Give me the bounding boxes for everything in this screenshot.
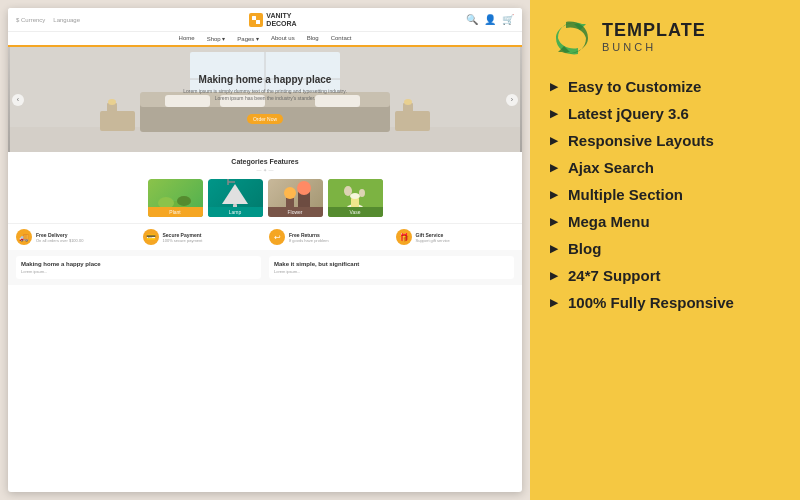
left-panel: $ Currency Language VANITY DECORA 🔍 👤 bbox=[0, 0, 530, 500]
language-label[interactable]: Language bbox=[53, 17, 80, 23]
bottom-card-2-title: Make it simple, but significant bbox=[274, 261, 509, 267]
svg-point-30 bbox=[284, 187, 296, 199]
arrow-icon-2: ▶ bbox=[550, 108, 558, 119]
feature-item-4: ▶ Ajax Search bbox=[550, 159, 780, 176]
bottom-card-2-text: Lorem ipsum... bbox=[274, 269, 509, 274]
payment-title: Secure Payment bbox=[163, 232, 203, 238]
svg-point-37 bbox=[359, 189, 365, 197]
logo-icon bbox=[249, 13, 263, 27]
svg-rect-12 bbox=[100, 111, 135, 131]
delivery-desc: On all orders over $100.00 bbox=[36, 238, 83, 243]
arrow-icon-7: ▶ bbox=[550, 243, 558, 254]
features-list: ▶ Easy to Customize ▶ Latest jQuery 3.6 … bbox=[550, 78, 780, 311]
gift-text: Gift Service Support gift service bbox=[416, 232, 450, 243]
gift-desc: Support gift service bbox=[416, 238, 450, 243]
arrow-icon-3: ▶ bbox=[550, 135, 558, 146]
feature-item-8: ▶ 24*7 Support bbox=[550, 267, 780, 284]
gift-icon: 🎁 bbox=[396, 229, 412, 245]
category-plant[interactable]: Plant bbox=[148, 179, 203, 217]
feature-label-3: Responsive Layouts bbox=[568, 132, 714, 149]
feature-label-2: Latest jQuery 3.6 bbox=[568, 105, 689, 122]
categories-section: Categories Features — ✦ — Plant bbox=[8, 152, 522, 223]
returns-icon: ↩ bbox=[269, 229, 285, 245]
categories-divider: — ✦ — bbox=[16, 167, 514, 173]
svg-point-17 bbox=[404, 99, 412, 105]
feature-returns: ↩ Free Returns If goods have problem bbox=[269, 229, 388, 245]
svg-point-20 bbox=[177, 196, 191, 206]
feature-label-5: Multiple Section bbox=[568, 186, 683, 203]
svg-point-35 bbox=[350, 193, 360, 199]
svg-marker-23 bbox=[222, 184, 248, 204]
header-icons: 🔍 👤 🛒 bbox=[466, 14, 514, 25]
account-icon[interactable]: 👤 bbox=[484, 14, 496, 25]
feature-delivery: 🚚 Free Delivery On all orders over $100.… bbox=[16, 229, 135, 245]
feature-label-6: Mega Menu bbox=[568, 213, 650, 230]
feature-label-8: 24*7 Support bbox=[568, 267, 661, 284]
svg-rect-1 bbox=[256, 20, 260, 24]
arrow-icon-5: ▶ bbox=[550, 189, 558, 200]
flower-label: Flower bbox=[268, 207, 323, 217]
payment-icon: 💳 bbox=[143, 229, 159, 245]
feature-item-7: ▶ Blog bbox=[550, 240, 780, 257]
hero-title: Making home a happy place bbox=[183, 74, 347, 85]
feature-item-2: ▶ Latest jQuery 3.6 bbox=[550, 105, 780, 122]
vase-label: Vase bbox=[328, 207, 383, 217]
plant-label: Plant bbox=[148, 207, 203, 217]
svg-rect-16 bbox=[403, 103, 413, 119]
brand-sub: BUNCH bbox=[602, 41, 706, 53]
feature-item-3: ▶ Responsive Layouts bbox=[550, 132, 780, 149]
feature-label-9: 100% Fully Responsive bbox=[568, 294, 734, 311]
brand-header: TEMPLATE BUNCH bbox=[550, 16, 780, 58]
feature-gift: 🎁 Gift Service Support gift service bbox=[396, 229, 515, 245]
arrow-icon-8: ▶ bbox=[550, 270, 558, 281]
svg-point-31 bbox=[297, 181, 311, 195]
payment-text: Secure Payment 100% secure payment bbox=[163, 232, 203, 243]
nav-blog[interactable]: Blog bbox=[307, 35, 319, 42]
nav-about[interactable]: About us bbox=[271, 35, 295, 42]
lamp-label: Lamp bbox=[208, 207, 263, 217]
feature-label-1: Easy to Customize bbox=[568, 78, 701, 95]
site-logo: VANITY DECORA bbox=[249, 12, 296, 27]
category-vase[interactable]: Vase bbox=[328, 179, 383, 217]
nav-home[interactable]: Home bbox=[179, 35, 195, 42]
categories-grid: Plant Lamp bbox=[16, 179, 514, 217]
logo-text: VANITY DECORA bbox=[266, 12, 296, 27]
payment-desc: 100% secure payment bbox=[163, 238, 203, 243]
hero-next-button[interactable]: › bbox=[506, 94, 518, 106]
delivery-text: Free Delivery On all orders over $100.00 bbox=[36, 232, 83, 243]
brand-name: TEMPLATE BUNCH bbox=[602, 21, 706, 53]
bottom-card-1-title: Making home a happy place bbox=[21, 261, 256, 267]
hero-cta-button[interactable]: Order Now bbox=[247, 114, 283, 124]
hero-section: Making home a happy place Lorem ipsum is… bbox=[8, 47, 522, 152]
template-bunch-logo-icon bbox=[550, 16, 592, 58]
arrow-icon-1: ▶ bbox=[550, 81, 558, 92]
nav-pages[interactable]: Pages ▾ bbox=[237, 35, 259, 42]
svg-point-36 bbox=[344, 186, 352, 196]
feature-payment: 💳 Secure Payment 100% secure payment bbox=[143, 229, 262, 245]
feature-label-7: Blog bbox=[568, 240, 601, 257]
right-panel: TEMPLATE BUNCH ▶ Easy to Customize ▶ Lat… bbox=[530, 0, 800, 500]
category-flower[interactable]: Flower bbox=[268, 179, 323, 217]
website-mockup: $ Currency Language VANITY DECORA 🔍 👤 bbox=[8, 8, 522, 492]
category-lamp[interactable]: Lamp bbox=[208, 179, 263, 217]
nav-contact[interactable]: Contact bbox=[331, 35, 352, 42]
feature-label-4: Ajax Search bbox=[568, 159, 654, 176]
feature-item-1: ▶ Easy to Customize bbox=[550, 78, 780, 95]
mockup-header: $ Currency Language VANITY DECORA 🔍 👤 bbox=[8, 8, 522, 32]
nav-shop[interactable]: Shop ▾ bbox=[207, 35, 226, 42]
search-icon[interactable]: 🔍 bbox=[466, 14, 478, 25]
bottom-card-1-text: Lorem ipsum... bbox=[21, 269, 256, 274]
arrow-icon-9: ▶ bbox=[550, 297, 558, 308]
navigation-bar: Home Shop ▾ Pages ▾ About us Blog Contac… bbox=[8, 32, 522, 47]
header-left: $ Currency Language bbox=[16, 17, 80, 23]
features-bar: 🚚 Free Delivery On all orders over $100.… bbox=[8, 223, 522, 250]
currency-label[interactable]: $ Currency bbox=[16, 17, 45, 23]
svg-rect-0 bbox=[252, 16, 256, 20]
categories-title: Categories Features bbox=[16, 158, 514, 165]
returns-desc: If goods have problem bbox=[289, 238, 329, 243]
cart-icon[interactable]: 🛒 bbox=[502, 14, 514, 25]
bottom-card-1: Making home a happy place Lorem ipsum... bbox=[16, 256, 261, 279]
svg-point-14 bbox=[108, 99, 116, 105]
feature-item-5: ▶ Multiple Section bbox=[550, 186, 780, 203]
hero-prev-button[interactable]: ‹ bbox=[12, 94, 24, 106]
